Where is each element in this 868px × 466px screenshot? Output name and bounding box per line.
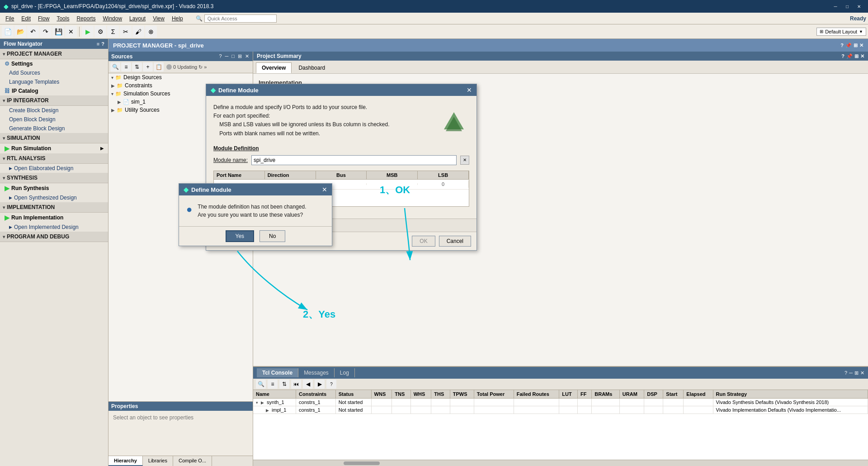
nav-section-ip-integrator[interactable]: ▾ IP INTEGRATOR (0, 95, 108, 106)
confirm-dialog[interactable]: ◆ Define Module ✕ ● The module definitio… (179, 183, 332, 246)
bottom-tab-messages[interactable]: Messages (298, 368, 335, 377)
sources-search-btn[interactable]: 🔍 (110, 62, 120, 71)
nav-settings[interactable]: ⚙ Settings (0, 59, 108, 68)
sources-filter-btn[interactable]: ≡ (121, 62, 131, 71)
sources-help[interactable]: ? (218, 53, 222, 60)
define-module-cancel-btn[interactable]: Cancel (439, 236, 471, 247)
btm-first[interactable]: ⏮ (291, 380, 301, 389)
clear-btn[interactable]: ⊗ (145, 26, 157, 38)
minimize-button[interactable]: ─ (830, 2, 841, 11)
menu-view[interactable]: View (149, 14, 168, 23)
bottom-expand[interactable]: ─ (849, 370, 853, 376)
btm-sort[interactable]: ⇅ (279, 380, 289, 389)
nav-run-implementation[interactable]: ▶ Run Implementation (0, 213, 108, 223)
btm-help-btn[interactable]: ? (326, 380, 336, 389)
nav-language-templates[interactable]: Language Templates (0, 77, 108, 86)
bottom-tab-tcl[interactable]: Tcl Console (257, 368, 298, 377)
bottom-maximize[interactable]: ⊞ (854, 370, 859, 376)
bottom-close[interactable]: ✕ (860, 370, 864, 376)
updating-expand[interactable]: » (204, 64, 207, 70)
menu-tools[interactable]: Tools (53, 14, 73, 23)
btm-filter[interactable]: ≡ (268, 380, 278, 389)
nav-section-implementation[interactable]: ▾ IMPLEMENTATION (0, 202, 108, 213)
ps-expand[interactable]: ⊞ (854, 53, 859, 59)
sources-sort-btn[interactable]: ⇅ (132, 62, 142, 71)
table-row[interactable]: ▾ ▶ synth_1 constrs_1 Not started Vivado… (253, 399, 868, 406)
module-name-clear-btn[interactable]: ✕ (460, 156, 469, 165)
nav-run-synthesis[interactable]: ▶ Run Synthesis (0, 183, 108, 193)
quick-access-input[interactable] (204, 14, 277, 23)
ps-help[interactable]: ? (841, 53, 844, 59)
define-module-close-btn[interactable]: ✕ (467, 86, 472, 94)
confirm-no-btn[interactable]: No (259, 230, 285, 242)
cut-btn[interactable]: ✂ (120, 26, 132, 38)
updating-refresh[interactable]: ↻ (198, 64, 203, 70)
close-button[interactable]: ✕ (854, 2, 864, 11)
menu-edit[interactable]: Edit (18, 14, 34, 23)
nav-section-project-manager[interactable]: ▾ PROJECT MANAGER (0, 49, 108, 59)
nav-section-program-debug[interactable]: ▾ PROGRAM AND DEBUG (0, 232, 108, 242)
confirm-yes-btn[interactable]: Yes (226, 230, 255, 242)
open-btn[interactable]: 📂 (14, 26, 26, 38)
menu-layout[interactable]: Layout (126, 14, 149, 23)
settings-btn[interactable]: ⚙ (94, 26, 106, 38)
nav-open-elaborated-design[interactable]: ▶ Open Elaborated Design (0, 164, 108, 173)
content-pin[interactable]: 📌 (845, 43, 852, 48)
btm-search[interactable]: 🔍 (256, 380, 266, 389)
ps-tab-overview[interactable]: Overview (256, 62, 292, 73)
runs-table[interactable]: Name Constraints Status WNS TNS WHS THS … (253, 390, 868, 460)
content-help[interactable]: ? (840, 43, 844, 48)
nav-add-sources[interactable]: Add Sources (0, 68, 108, 77)
bottom-help[interactable]: ? (844, 370, 847, 376)
nav-open-block-design[interactable]: Open Block Design (0, 115, 108, 124)
horizontal-scrollbar[interactable] (253, 460, 868, 466)
close-btn[interactable]: ✕ (65, 26, 77, 38)
save-btn[interactable]: 💾 (52, 26, 64, 38)
menu-window[interactable]: Window (99, 14, 126, 23)
sum-btn[interactable]: Σ (107, 26, 119, 38)
nav-section-simulation[interactable]: ▾ SIMULATION (0, 133, 108, 143)
module-name-input[interactable] (251, 155, 457, 165)
menu-file[interactable]: File (2, 14, 18, 23)
nav-create-block-design[interactable]: Create Block Design (0, 106, 108, 115)
undo-btn[interactable]: ↶ (27, 26, 39, 38)
run-btn[interactable]: ▶ (82, 26, 94, 38)
sources-maximize[interactable]: □ (231, 53, 236, 60)
nav-section-synthesis[interactable]: ▾ SYNTHESIS (0, 173, 108, 183)
redo-btn[interactable]: ↷ (40, 26, 52, 38)
content-expand[interactable]: ⊞ (854, 43, 858, 48)
btm-next[interactable]: ▶ (315, 380, 325, 389)
confirm-close-btn[interactable]: ✕ (322, 186, 327, 193)
sources-tab-compile[interactable]: Compile O... (173, 456, 212, 466)
menu-flow[interactable]: Flow (34, 14, 53, 23)
btm-prev[interactable]: ◀ (303, 380, 313, 389)
table-row[interactable]: ▶ impl_1 constrs_1 Not started Vivado Im… (253, 406, 868, 414)
sources-add-btn[interactable]: + (143, 62, 153, 71)
nav-open-implemented-design[interactable]: ▶ Open Implemented Design (0, 223, 108, 232)
nav-section-rtl-analysis[interactable]: ▾ RTL ANALYSIS (0, 153, 108, 164)
ps-pin[interactable]: 📌 (846, 53, 853, 59)
sources-refresh-btn[interactable]: 📋 (154, 62, 164, 71)
sources-minimize[interactable]: ─ (224, 53, 230, 60)
maximize-button[interactable]: □ (842, 2, 853, 11)
menu-help[interactable]: Help (168, 14, 187, 23)
sources-close[interactable]: ✕ (244, 53, 250, 60)
paint-btn[interactable]: 🖌 (132, 26, 144, 38)
sources-tab-hierarchy[interactable]: Hierarchy (108, 456, 143, 466)
content-close[interactable]: ✕ (859, 43, 863, 48)
nav-open-synthesized-design[interactable]: ▶ Open Synthesized Design (0, 193, 108, 202)
ps-tab-dashboard[interactable]: Dashboard (292, 62, 331, 73)
nav-generate-block-design[interactable]: Generate Block Design (0, 124, 108, 133)
layout-dropdown[interactable]: ⊞ Default Layout ▼ (816, 28, 866, 36)
nav-ip-catalog[interactable]: ⛓ IP Catalog (0, 86, 108, 95)
sources-tab-libraries[interactable]: Libraries (143, 456, 173, 466)
menu-reports[interactable]: Reports (73, 14, 99, 23)
bottom-tab-log[interactable]: Log (335, 368, 355, 377)
new-btn[interactable]: 📄 (2, 26, 14, 38)
flow-nav-help[interactable]: ? (101, 41, 104, 47)
source-design-sources[interactable]: ▾ 📁 Design Sources (108, 73, 253, 81)
flow-nav-collapse[interactable]: ≡ (97, 41, 99, 47)
define-module-ok-btn[interactable]: OK (412, 236, 435, 247)
ps-close[interactable]: ✕ (860, 53, 864, 59)
nav-run-simulation[interactable]: ▶ Run Simulation ▶ (0, 143, 108, 153)
